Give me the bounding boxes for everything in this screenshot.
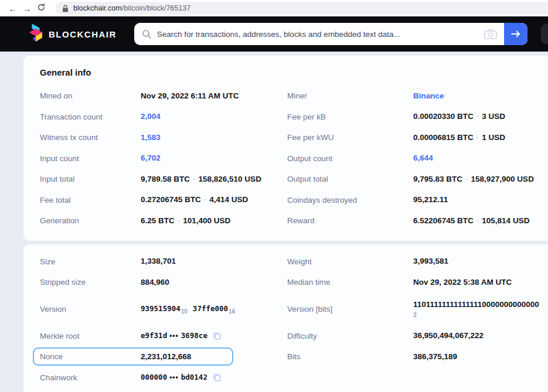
- copy-icon[interactable]: [212, 373, 222, 382]
- info-grid-row: Input total9,789.58 BTC·158,826,510 USDO…: [40, 169, 548, 190]
- forward-icon[interactable]: →: [20, 4, 34, 13]
- value-segment: 884,960: [141, 278, 169, 287]
- brand-home-link[interactable]: BLOCKCHAIR: [28, 23, 117, 45]
- value-link[interactable]: 6,644: [413, 154, 433, 162]
- address-bar[interactable]: blockchair.com/bitcoin/block/765137: [55, 2, 548, 15]
- info-row-generation: Generation6.25 BTC·101,400 USD: [40, 210, 287, 231]
- value-segment: ·: [193, 175, 196, 183]
- value-segment: 386,375,189: [413, 352, 457, 361]
- row-value: 1101111111111111100000000000002: [413, 299, 539, 319]
- brand-name: BLOCKCHAIR: [49, 29, 117, 39]
- row-label: Coindays destroyed: [287, 196, 413, 204]
- header-edge-button[interactable]: [541, 23, 548, 45]
- value-segment: 158,927,900 USD: [471, 175, 534, 183]
- row-label: Difficulty: [287, 332, 413, 340]
- value-link[interactable]: 1,583: [141, 133, 161, 142]
- value-segment: ·: [465, 175, 468, 183]
- row-label: Transaction count: [40, 113, 141, 121]
- info-row-median-time: Median timeNov 29, 2022 5:38 AM UTC: [287, 272, 548, 293]
- info-row-input-total: Input total9,789.58 BTC·158,826,510 USD: [40, 169, 287, 190]
- card-title: General info: [40, 67, 548, 77]
- info-row-reward: Reward6.52206745 BTC·105,814 USD: [287, 210, 548, 231]
- url-text: blockchair.com/bitcoin/block/765137: [73, 4, 190, 12]
- row-value: 2,231,012,668: [141, 352, 191, 362]
- value-segment: 0.00020330 BTC: [413, 112, 474, 121]
- url-path: /bitcoin/block/765137: [122, 4, 190, 12]
- info-grid-row: Version9395159041037ffe00016Version [bit…: [40, 293, 548, 326]
- browser-bar: ← → blockchair.com/bitcoin/block/765137: [0, 0, 548, 16]
- value-segment: e9f31d: [141, 331, 167, 340]
- value-segment: 110111111111111110000000000000: [413, 300, 539, 309]
- info-grid-row: Input count6,702Output count6,644: [40, 148, 548, 169]
- row-label: Reward: [287, 216, 413, 225]
- url-domain: blockchair.com: [73, 4, 122, 12]
- row-value: 0.00006815 BTC·1 USD: [413, 132, 505, 143]
- info-grid-row: Nonce2,231,012,668Bits386,375,189: [40, 346, 548, 367]
- row-label: Bits: [287, 352, 413, 361]
- camera-icon[interactable]: [484, 29, 497, 39]
- value-segment: 2,231,012,668: [141, 352, 191, 361]
- block-details-card: Size1,338,701Weight3,993,581Stripped siz…: [23, 244, 548, 392]
- info-row-output-total: Output total9,795.83 BTC·158,927,900 USD: [287, 169, 548, 190]
- arrow-right-icon: [510, 30, 521, 38]
- info-grid-row: Witness tx count1,583Fee per kWU0.000068…: [40, 127, 548, 148]
- value-segment: 0.00006815 BTC: [413, 133, 474, 142]
- row-value: 386,375,189: [413, 352, 457, 362]
- row-label: Chainwork: [40, 373, 141, 382]
- info-grid-row: Mined onNov 29, 2022 6:11 AM UTCMinerBin…: [40, 86, 548, 107]
- value-segment: •••: [169, 332, 179, 340]
- value-segment: 16: [229, 308, 235, 315]
- info-row-input-count: Input count6,702: [40, 148, 287, 169]
- value-segment: 000000: [141, 373, 167, 381]
- blockchair-logo: [28, 23, 42, 45]
- copy-icon[interactable]: [212, 331, 222, 340]
- search-bar: [134, 23, 527, 45]
- info-row-miner: MinerBinance: [287, 86, 548, 107]
- info-grid-row: Transaction count2,004Fee per kB0.000203…: [40, 107, 548, 128]
- value-segment: 4,414 USD: [209, 195, 248, 204]
- value-segment: 95,212.11: [413, 195, 448, 204]
- site-header: BLOCKCHAIR: [0, 16, 548, 52]
- reload-icon[interactable]: [34, 3, 48, 13]
- value-segment: 939515904: [141, 304, 181, 313]
- row-value: 0.27206745 BTC·4,414 USD: [141, 195, 248, 205]
- value-segment: ·: [178, 216, 181, 225]
- lock-icon[interactable]: [62, 5, 69, 12]
- value-segment: Nov 29, 2022 5:38 AM UTC: [413, 278, 512, 287]
- search-submit-button[interactable]: [504, 23, 527, 45]
- row-label: Generation: [40, 216, 141, 225]
- info-grid-row: Chainwork000000•••bd0142: [40, 367, 548, 388]
- row-value: 36,950,494,067,222: [413, 330, 484, 341]
- row-label: Merkle root: [40, 332, 141, 340]
- info-row-chainwork: Chainwork000000•••bd0142: [40, 367, 287, 388]
- row-label: Mined on: [40, 91, 141, 100]
- row-value: 000000•••bd0142: [141, 372, 207, 383]
- row-value: e9f31d•••3698ce: [141, 330, 207, 341]
- value-segment: ·: [204, 195, 207, 204]
- row-value: 9,789.58 BTC·158,826,510 USD: [141, 174, 261, 185]
- row-label: Input count: [40, 154, 141, 163]
- value-segment: 6.25 BTC: [141, 216, 175, 225]
- info-grid-row: Size1,338,701Weight3,993,581: [40, 251, 548, 272]
- row-value: 1,338,701: [141, 256, 176, 267]
- value-segment: 9,795.83 BTC: [413, 175, 462, 183]
- info-row-nonce[interactable]: Nonce2,231,012,668: [33, 347, 233, 366]
- value-segment: 9,789.58 BTC: [141, 175, 190, 183]
- page-body: General info Mined onNov 29, 2022 6:11 A…: [0, 56, 548, 392]
- row-value: 2,004: [141, 111, 161, 122]
- row-label: Miner: [287, 91, 413, 100]
- search-icon: [142, 29, 152, 39]
- value-link[interactable]: 6,702: [141, 154, 161, 162]
- value-link[interactable]: Binance: [413, 91, 444, 100]
- value-segment: bd0142: [181, 373, 207, 381]
- row-label: Output count: [287, 154, 413, 163]
- value-link[interactable]: 2,004: [141, 112, 161, 121]
- row-value: 9,795.83 BTC·158,927,900 USD: [413, 174, 534, 185]
- value-segment: 3,993,581: [413, 257, 448, 265]
- search-input[interactable]: [157, 30, 477, 39]
- back-icon[interactable]: ←: [6, 4, 20, 13]
- value-segment: 3698ce: [181, 331, 207, 340]
- row-value: Nov 29, 2022 6:11 AM UTC: [141, 91, 239, 101]
- value-segment: 2: [413, 311, 539, 319]
- row-value: 6.52206745 BTC·105,814 USD: [413, 216, 529, 226]
